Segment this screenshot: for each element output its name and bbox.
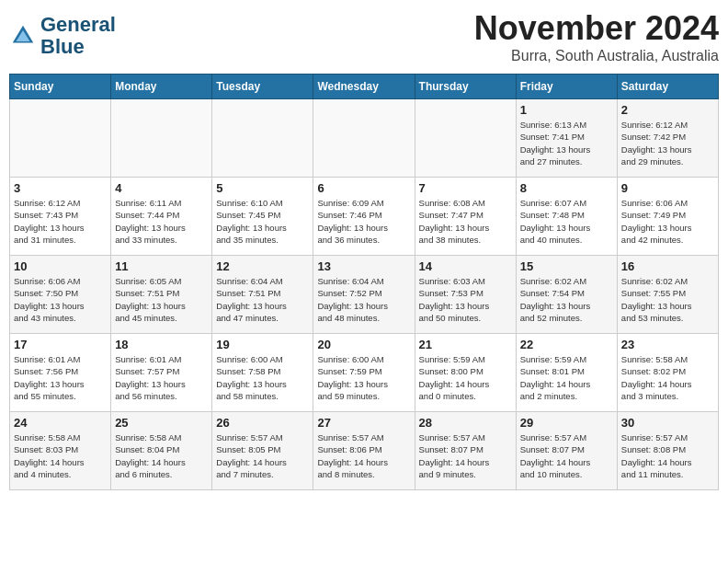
logo-text: General Blue [40,14,116,58]
day-number: 22 [520,338,613,351]
page-header: General Blue November 2024 Burra, South … [9,9,719,64]
day-info: Sunrise: 6:08 AM Sunset: 7:47 PM Dayligh… [419,197,512,246]
day-info: Sunrise: 6:12 AM Sunset: 7:43 PM Dayligh… [14,197,107,246]
day-number: 26 [216,416,309,430]
day-info: Sunrise: 5:58 AM Sunset: 8:03 PM Dayligh… [14,431,107,480]
day-info: Sunrise: 6:12 AM Sunset: 7:42 PM Dayligh… [621,119,714,167]
day-info: Sunrise: 5:58 AM Sunset: 8:02 PM Dayligh… [621,353,714,402]
title-block: November 2024 Burra, South Australia, Au… [474,9,719,64]
month-title: November 2024 [474,9,719,48]
day-number: 18 [115,338,208,351]
day-number: 3 [14,181,107,195]
day-number: 1 [520,103,613,117]
day-number: 25 [115,416,208,430]
day-number: 21 [419,338,512,351]
day-info: Sunrise: 5:57 AM Sunset: 8:05 PM Dayligh… [216,431,309,480]
calendar-cell: 22Sunrise: 5:59 AM Sunset: 8:01 PM Dayli… [516,334,617,412]
calendar-cell: 14Sunrise: 6:03 AM Sunset: 7:53 PM Dayli… [415,256,516,334]
day-info: Sunrise: 6:10 AM Sunset: 7:45 PM Dayligh… [216,197,309,246]
day-info: Sunrise: 6:02 AM Sunset: 7:55 PM Dayligh… [621,275,714,324]
day-number: 16 [621,259,714,273]
day-number: 6 [317,181,410,195]
week-row-1: 3Sunrise: 6:12 AM Sunset: 7:43 PM Daylig… [10,178,719,256]
calendar-cell: 12Sunrise: 6:04 AM Sunset: 7:51 PM Dayli… [212,256,313,334]
location-subtitle: Burra, South Australia, Australia [474,48,719,64]
day-info: Sunrise: 6:13 AM Sunset: 7:41 PM Dayligh… [520,119,613,167]
calendar-cell: 29Sunrise: 5:57 AM Sunset: 8:07 PM Dayli… [516,412,617,490]
calendar-cell: 20Sunrise: 6:00 AM Sunset: 7:59 PM Dayli… [313,334,415,412]
weekday-friday: Friday [516,75,617,99]
day-number: 28 [419,416,512,430]
calendar-cell: 1Sunrise: 6:13 AM Sunset: 7:41 PM Daylig… [516,99,617,178]
day-number: 27 [317,416,410,430]
week-row-4: 24Sunrise: 5:58 AM Sunset: 8:03 PM Dayli… [10,412,719,490]
calendar-cell: 25Sunrise: 5:58 AM Sunset: 8:04 PM Dayli… [111,412,212,490]
calendar-cell [111,99,212,178]
calendar-cell: 18Sunrise: 6:01 AM Sunset: 7:57 PM Dayli… [111,334,212,412]
weekday-sunday: Sunday [10,75,111,99]
day-info: Sunrise: 6:05 AM Sunset: 7:51 PM Dayligh… [115,275,208,324]
calendar-cell: 24Sunrise: 5:58 AM Sunset: 8:03 PM Dayli… [10,412,111,490]
day-number: 13 [317,259,410,273]
day-info: Sunrise: 6:01 AM Sunset: 7:56 PM Dayligh… [14,353,107,402]
weekday-saturday: Saturday [617,75,718,99]
day-number: 4 [115,181,208,195]
day-number: 30 [621,416,714,430]
calendar-cell [212,99,313,178]
weekday-wednesday: Wednesday [313,75,415,99]
calendar-cell: 11Sunrise: 6:05 AM Sunset: 7:51 PM Dayli… [111,256,212,334]
day-info: Sunrise: 6:03 AM Sunset: 7:53 PM Dayligh… [419,275,512,324]
calendar-cell: 8Sunrise: 6:07 AM Sunset: 7:48 PM Daylig… [516,178,617,256]
day-number: 7 [419,181,512,195]
day-info: Sunrise: 6:06 AM Sunset: 7:50 PM Dayligh… [14,275,107,324]
day-number: 20 [317,338,410,351]
calendar-cell: 2Sunrise: 6:12 AM Sunset: 7:42 PM Daylig… [617,99,718,178]
calendar-cell: 15Sunrise: 6:02 AM Sunset: 7:54 PM Dayli… [516,256,617,334]
logo-icon [9,22,37,50]
day-info: Sunrise: 6:04 AM Sunset: 7:51 PM Dayligh… [216,275,309,324]
day-info: Sunrise: 5:57 AM Sunset: 8:07 PM Dayligh… [419,431,512,480]
day-number: 23 [621,338,714,351]
day-info: Sunrise: 6:07 AM Sunset: 7:48 PM Dayligh… [520,197,613,246]
calendar-cell: 5Sunrise: 6:10 AM Sunset: 7:45 PM Daylig… [212,178,313,256]
day-info: Sunrise: 6:06 AM Sunset: 7:49 PM Dayligh… [621,197,714,246]
day-info: Sunrise: 6:02 AM Sunset: 7:54 PM Dayligh… [520,275,613,324]
day-info: Sunrise: 5:57 AM Sunset: 8:06 PM Dayligh… [317,431,410,480]
day-number: 19 [216,338,309,351]
calendar-cell: 7Sunrise: 6:08 AM Sunset: 7:47 PM Daylig… [415,178,516,256]
calendar-cell: 13Sunrise: 6:04 AM Sunset: 7:52 PM Dayli… [313,256,415,334]
day-info: Sunrise: 5:59 AM Sunset: 8:01 PM Dayligh… [520,353,613,402]
day-info: Sunrise: 5:57 AM Sunset: 8:07 PM Dayligh… [520,431,613,480]
day-info: Sunrise: 5:58 AM Sunset: 8:04 PM Dayligh… [115,431,208,480]
day-number: 29 [520,416,613,430]
day-number: 17 [14,338,107,351]
week-row-2: 10Sunrise: 6:06 AM Sunset: 7:50 PM Dayli… [10,256,719,334]
day-info: Sunrise: 6:01 AM Sunset: 7:57 PM Dayligh… [115,353,208,402]
day-number: 12 [216,259,309,273]
day-number: 14 [419,259,512,273]
calendar-cell: 3Sunrise: 6:12 AM Sunset: 7:43 PM Daylig… [10,178,111,256]
weekday-header-row: SundayMondayTuesdayWednesdayThursdayFrid… [10,75,719,99]
calendar-cell: 9Sunrise: 6:06 AM Sunset: 7:49 PM Daylig… [617,178,718,256]
logo: General Blue [9,14,116,58]
day-number: 5 [216,181,309,195]
weekday-thursday: Thursday [415,75,516,99]
calendar-cell: 27Sunrise: 5:57 AM Sunset: 8:06 PM Dayli… [313,412,415,490]
week-row-3: 17Sunrise: 6:01 AM Sunset: 7:56 PM Dayli… [10,334,719,412]
calendar-cell: 4Sunrise: 6:11 AM Sunset: 7:44 PM Daylig… [111,178,212,256]
calendar-cell: 16Sunrise: 6:02 AM Sunset: 7:55 PM Dayli… [617,256,718,334]
day-info: Sunrise: 5:57 AM Sunset: 8:08 PM Dayligh… [621,431,714,480]
calendar-cell: 6Sunrise: 6:09 AM Sunset: 7:46 PM Daylig… [313,178,415,256]
day-info: Sunrise: 6:00 AM Sunset: 7:58 PM Dayligh… [216,353,309,402]
calendar-cell: 30Sunrise: 5:57 AM Sunset: 8:08 PM Dayli… [617,412,718,490]
day-number: 8 [520,181,613,195]
day-number: 24 [14,416,107,430]
day-info: Sunrise: 5:59 AM Sunset: 8:00 PM Dayligh… [419,353,512,402]
day-info: Sunrise: 6:04 AM Sunset: 7:52 PM Dayligh… [317,275,410,324]
calendar-cell [415,99,516,178]
calendar-cell [10,99,111,178]
calendar-cell: 23Sunrise: 5:58 AM Sunset: 8:02 PM Dayli… [617,334,718,412]
calendar-cell [313,99,415,178]
calendar-cell: 28Sunrise: 5:57 AM Sunset: 8:07 PM Dayli… [415,412,516,490]
calendar-cell: 10Sunrise: 6:06 AM Sunset: 7:50 PM Dayli… [10,256,111,334]
